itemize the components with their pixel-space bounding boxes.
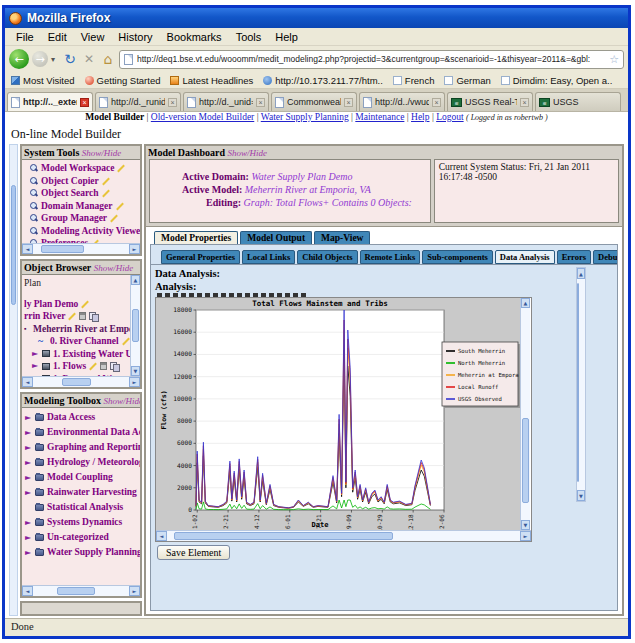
tree-row[interactable]: ly Plan Demo bbox=[24, 298, 130, 311]
tool-model-workspace[interactable]: Model Workspace bbox=[30, 162, 140, 175]
content-vertical-scrollbar[interactable]: ▲▼ bbox=[576, 267, 586, 502]
expand-arrow-icon[interactable]: ► bbox=[25, 515, 32, 530]
toolbox-water-supply-planning[interactable]: ►Water Supply Planning bbox=[25, 545, 140, 560]
scroll-left-arrow[interactable]: ◄ bbox=[22, 377, 33, 387]
expand-arrow-icon[interactable]: ► bbox=[32, 348, 39, 361]
tree-row[interactable]: Plan bbox=[24, 277, 130, 290]
chart-horizontal-scrollbar[interactable]: ◄► bbox=[156, 530, 531, 541]
bookmark-most-visited[interactable]: Most Visited bbox=[11, 75, 75, 86]
bookmark-ip-link[interactable]: http://10.173.211.77/htm.. bbox=[263, 75, 383, 86]
toolbox-un-categorized[interactable]: ►Un-categorized bbox=[25, 530, 140, 545]
tool-group-manager[interactable]: Group Manager bbox=[30, 212, 140, 225]
tree-vertical-scrollbar[interactable]: ▲▼ bbox=[130, 275, 140, 376]
menu-edit[interactable]: Edit bbox=[41, 30, 74, 44]
tool-preferences[interactable]: Preferences bbox=[30, 237, 140, 243]
browser-tab-6[interactable]: ≋USGS Real-Ti..× bbox=[447, 92, 533, 111]
scrollbar-thumb[interactable] bbox=[174, 532, 393, 540]
scrollbar-thumb[interactable] bbox=[577, 283, 579, 481]
modeling-toolbox-showhide-link[interactable]: Show/Hide bbox=[103, 396, 140, 406]
tree-row[interactable]: ~0. River Channel bbox=[24, 335, 130, 348]
edit-pencil-icon[interactable] bbox=[81, 300, 89, 308]
edit-pencil-icon[interactable] bbox=[68, 312, 76, 320]
tab-errors[interactable]: Errors bbox=[557, 250, 591, 264]
forward-button[interactable]: → bbox=[32, 51, 48, 67]
tab-close-icon[interactable]: × bbox=[432, 98, 441, 107]
nav-water-supply-planning[interactable]: Water Supply Planning bbox=[261, 112, 349, 122]
tab-local-links[interactable]: Local Links bbox=[242, 250, 295, 264]
edit-pencil-icon[interactable] bbox=[117, 164, 125, 172]
tab-map-view[interactable]: Map-View bbox=[314, 231, 370, 244]
edit-pencil-icon[interactable] bbox=[102, 177, 110, 185]
scroll-left-arrow[interactable]: ◄ bbox=[156, 531, 167, 541]
copy-icon[interactable] bbox=[89, 312, 97, 320]
url-text[interactable]: http://deq1.bse.vt.edu/wooomm/medit_mode… bbox=[137, 54, 605, 64]
toolbox-statistical-analysis[interactable]: Statistical Analysis bbox=[25, 500, 140, 515]
system-tools-showhide-link[interactable]: Show/Hide bbox=[82, 148, 122, 158]
scrollbar-thumb[interactable] bbox=[522, 418, 529, 503]
toolbox-rainwater-harvesting[interactable]: ►Rainwater Harvesting bbox=[25, 485, 140, 500]
tool-domain-manager[interactable]: Domain Manager bbox=[30, 200, 140, 213]
horizontal-scrollbar[interactable]: ◄► bbox=[22, 243, 140, 254]
scroll-up-arrow[interactable]: ▲ bbox=[577, 268, 585, 279]
nav-maintenance[interactable]: Maintenance bbox=[355, 112, 404, 122]
scrollbar-thumb[interactable] bbox=[57, 587, 95, 595]
nav-help[interactable]: Help bbox=[411, 112, 429, 122]
browser-tab-7[interactable]: ≋USGS bbox=[535, 92, 621, 111]
expand-arrow-icon[interactable]: ► bbox=[25, 530, 32, 545]
tab-remote-links[interactable]: Remote Links bbox=[360, 250, 421, 264]
browser-tab-2[interactable]: http://d._runid=2× bbox=[95, 92, 181, 111]
toolbox-systems-dynamics[interactable]: ►Systems Dynamics bbox=[25, 515, 140, 530]
bookmark-french[interactable]: French bbox=[393, 75, 435, 86]
edit-pencil-icon[interactable] bbox=[89, 362, 97, 370]
tree-row[interactable]: ►1. Proposed Water Users bbox=[24, 373, 130, 377]
bookmark-latest-headlines[interactable]: Latest Headlines bbox=[170, 75, 253, 86]
menu-history[interactable]: History bbox=[111, 30, 159, 44]
delete-icon[interactable] bbox=[100, 362, 107, 370]
menu-help[interactable]: Help bbox=[268, 30, 305, 44]
tree-row[interactable]: ▪Meherrin River at Emporia, VA bbox=[24, 323, 130, 336]
scroll-right-arrow[interactable]: ► bbox=[129, 377, 140, 387]
bookmark-getting-started[interactable]: Getting Started bbox=[85, 75, 161, 86]
object-browser-showhide-link[interactable]: Show/Hide bbox=[94, 263, 134, 273]
horizontal-scrollbar[interactable]: ◄► bbox=[22, 376, 140, 387]
scroll-right-arrow[interactable]: ► bbox=[520, 531, 531, 541]
edit-pencil-icon[interactable] bbox=[91, 239, 99, 243]
scroll-down-arrow[interactable]: ▼ bbox=[577, 490, 585, 501]
browser-tab-4[interactable]: Commonwealt..× bbox=[271, 92, 357, 111]
tab-debug[interactable]: Debug bbox=[593, 250, 618, 264]
tab-close-icon[interactable]: × bbox=[80, 98, 89, 107]
tab-model-properties[interactable]: Model Properties bbox=[154, 231, 238, 244]
edit-pencil-icon[interactable] bbox=[122, 337, 130, 345]
scroll-right-arrow[interactable]: ► bbox=[129, 586, 140, 596]
scroll-left-arrow[interactable]: ◄ bbox=[22, 586, 33, 596]
back-button[interactable]: ← bbox=[9, 49, 29, 69]
tab-close-icon[interactable]: × bbox=[168, 98, 177, 107]
scroll-right-arrow[interactable]: ► bbox=[129, 244, 140, 254]
edit-pencil-icon[interactable] bbox=[102, 189, 110, 197]
menu-tools[interactable]: Tools bbox=[229, 30, 269, 44]
tab-close-icon[interactable]: × bbox=[256, 98, 265, 107]
tree-row[interactable]: rrin River bbox=[24, 310, 130, 323]
edit-pencil-icon[interactable] bbox=[110, 214, 118, 222]
page-left-scrollbar[interactable] bbox=[9, 144, 18, 616]
menu-view[interactable]: View bbox=[74, 30, 112, 44]
title-bar[interactable]: Mozilla Firefox bbox=[5, 8, 628, 28]
history-dropdown-icon[interactable]: ▾ bbox=[51, 55, 59, 64]
expand-arrow-icon[interactable]: ► bbox=[25, 410, 32, 425]
bookmark-german[interactable]: German bbox=[444, 75, 490, 86]
browser-tab-3[interactable]: http://d._unid=2,1× bbox=[183, 92, 269, 111]
scroll-up-arrow[interactable]: ▲ bbox=[521, 298, 530, 308]
tab-close-icon[interactable]: × bbox=[520, 98, 529, 107]
tree-row[interactable]: ►1. Flows bbox=[24, 360, 130, 373]
expand-arrow-icon[interactable]: ► bbox=[25, 425, 32, 440]
delete-icon[interactable] bbox=[79, 312, 86, 320]
dashboard-showhide-link[interactable]: Show/Hide bbox=[227, 148, 267, 158]
expand-arrow-icon[interactable]: ► bbox=[32, 360, 39, 373]
menu-bookmarks[interactable]: Bookmarks bbox=[160, 30, 229, 44]
url-bar[interactable]: http://deq1.bse.vt.edu/wooomm/medit_mode… bbox=[119, 50, 624, 69]
tool-object-search[interactable]: Object Search bbox=[30, 187, 140, 200]
browser-tab-1[interactable]: http://.._extent=× bbox=[7, 92, 93, 111]
scroll-left-arrow[interactable]: ◄ bbox=[22, 244, 33, 254]
nav-old-version[interactable]: Old-version Model Builder bbox=[151, 112, 254, 122]
tab-general-properties[interactable]: General Properties bbox=[161, 250, 240, 264]
